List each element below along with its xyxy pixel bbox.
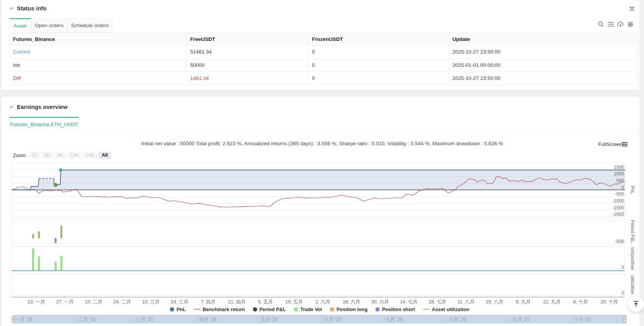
svg-text:2. 六月: 2. 六月 [315, 299, 330, 305]
svg-text:6. 十月: 6. 十月 [573, 299, 588, 305]
svg-text:1000: 1000 [614, 171, 624, 177]
earnings-chart: 150010005000-500-1000-1500-2000-5000013.… [0, 0, 644, 326]
svg-text:22. 九月: 22. 九月 [543, 299, 561, 305]
svg-text:-500: -500 [615, 239, 624, 244]
nav-handle-right[interactable] [623, 316, 626, 322]
svg-text:13. 一月: 13. 一月 [28, 299, 45, 305]
svg-text:5. 五月: 5. 五月 [258, 299, 273, 305]
svg-text:-500: -500 [615, 191, 624, 197]
svg-text:30. 六月: 30. 六月 [371, 299, 389, 305]
svg-text:21. 四月: 21. 四月 [228, 299, 246, 305]
svg-text:20. 十月: 20. 十月 [600, 299, 618, 305]
svg-text:500: 500 [616, 178, 624, 183]
svg-text:24. 三月: 24. 三月 [171, 299, 188, 305]
svg-text:25. 八月: 25. 八月 [486, 299, 504, 305]
svg-text:vol/position: vol/position [630, 247, 635, 270]
svg-text:19. 五月: 19. 五月 [285, 299, 303, 305]
nav-handle-left[interactable] [11, 316, 15, 322]
svg-text:11. 八月: 11. 八月 [457, 299, 474, 305]
svg-text:8. 九月: 8. 九月 [516, 299, 531, 305]
svg-text:7. 四月: 7. 四月 [201, 299, 216, 305]
svg-text:1500: 1500 [614, 165, 624, 170]
svg-text:27. 一月: 27. 一月 [56, 299, 74, 305]
svg-text:-2000: -2000 [612, 212, 624, 217]
svg-text:10. 三月: 10. 三月 [142, 299, 160, 305]
svg-text:PnL: PnL [630, 186, 635, 194]
svg-text:24. 二月: 24. 二月 [114, 299, 131, 305]
svg-text:0: 0 [621, 290, 624, 296]
svg-text:0: 0 [621, 265, 624, 270]
svg-text:Period P&L: Period P&L [630, 220, 635, 243]
svg-text:10. 二月: 10. 二月 [85, 299, 103, 305]
svg-text:-1000: -1000 [612, 198, 624, 204]
svg-text:14. 七月: 14. 七月 [400, 299, 417, 305]
svg-text:utilization: utilization [630, 275, 635, 294]
back-to-top-button[interactable] [628, 296, 644, 312]
svg-text:16. 六月: 16. 六月 [342, 299, 360, 305]
svg-text:0: 0 [621, 185, 624, 190]
svg-text:-1500: -1500 [612, 205, 624, 211]
svg-text:28. 七月: 28. 七月 [429, 299, 446, 305]
